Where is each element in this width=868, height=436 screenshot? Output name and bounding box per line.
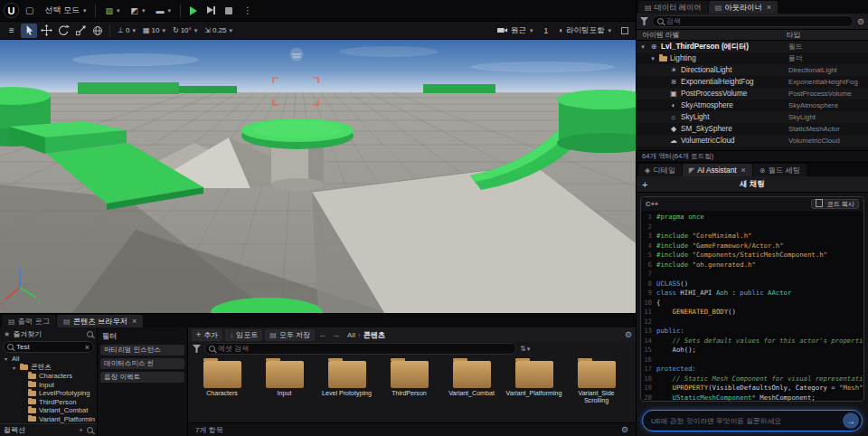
tab-world-settings[interactable]: ⊕ 월드 세팅 — [753, 164, 807, 176]
type-column-header[interactable]: 타입 — [787, 30, 863, 40]
content-tree-item[interactable]: LevelPrototyping — [0, 389, 97, 398]
outliner-row[interactable]: ◐SkyAtmosphereSkyAtmosphere — [637, 100, 868, 111]
outliner-settings-icon[interactable]: ⚙ — [857, 17, 864, 26]
expand-icon[interactable]: ▾ — [3, 355, 9, 362]
rotation-snap[interactable]: ↻10°▾ — [169, 24, 201, 38]
outliner-row[interactable]: ◆SM_SkySphereStaticMeshActor — [637, 123, 868, 135]
folder-tile[interactable]: Level Prototyping — [318, 357, 375, 421]
folder-tile[interactable]: Input — [256, 357, 313, 421]
viewport-options-icon[interactable]: ≡ — [4, 24, 20, 38]
close-icon[interactable]: × — [767, 3, 771, 12]
new-chat-button[interactable]: + — [642, 179, 655, 190]
content-tree-item[interactable]: ▾All — [0, 355, 97, 364]
item-label-column-header[interactable]: 아이템 라벨 — [642, 30, 679, 40]
filter-funnel-icon[interactable] — [193, 345, 201, 353]
content-tree-item[interactable]: Characters — [0, 372, 97, 381]
camera-speed-button[interactable]: 1 — [539, 24, 552, 38]
select-mode-dropdown[interactable]: 선택 모드 ▾ — [40, 2, 90, 19]
translate-tool-button[interactable] — [38, 24, 54, 38]
content-tree-item[interactable]: Variant_Combat — [0, 406, 97, 415]
search-icon[interactable] — [87, 427, 93, 433]
collections-header[interactable]: 컬렉션 + — [0, 423, 97, 436]
select-tool-button[interactable] — [21, 24, 37, 38]
stop-button[interactable] — [225, 7, 232, 14]
expand-icon[interactable]: ▾ — [11, 365, 17, 371]
tab-output-log[interactable]: ▤ 출력 로그 — [2, 315, 56, 327]
close-icon[interactable]: × — [741, 166, 746, 175]
scale-tool-button[interactable] — [72, 24, 89, 38]
breadcrumb-item[interactable]: All — [347, 331, 355, 339]
view-mode-dropdown[interactable]: ◐ 라이팅포함 ▾ — [554, 24, 616, 38]
outliner-row[interactable]: ☼SkyLightSkyLight — [637, 111, 868, 123]
filter-item[interactable]: 머티리얼 인스턴스 — [100, 345, 184, 355]
modes-cube-icon[interactable]: ▢ — [21, 4, 38, 17]
copy-code-button[interactable]: 코드 복사 — [811, 199, 859, 209]
tab-details[interactable]: ◈ 디테일 — [638, 164, 682, 176]
quick-add-dropdown[interactable]: ▧ ▾ — [100, 4, 124, 18]
search-icon[interactable] — [87, 331, 93, 337]
add-button[interactable]: + 추가 — [192, 329, 222, 341]
asset-search-input[interactable] — [218, 345, 512, 353]
send-button[interactable]: → — [843, 412, 859, 429]
outliner-row[interactable]: ▣PostProcessVolumePostProcessVolume — [637, 88, 868, 100]
blueprints-dropdown[interactable]: ◩ ▾ — [127, 4, 150, 18]
unreal-logo-icon[interactable]: U — [4, 3, 19, 18]
expand-icon[interactable]: ▾ — [649, 55, 656, 62]
path-search-input[interactable] — [16, 343, 80, 351]
outliner-item-label: Lvl_ThirdPerson (에디터) — [661, 42, 786, 52]
code-text: { — [656, 299, 660, 308]
import-button[interactable]: ↓ 임포트 — [225, 329, 262, 341]
perspective-dropdown[interactable]: 원근 ▾ — [493, 24, 538, 38]
forward-button[interactable]: → — [331, 330, 342, 339]
outliner-row[interactable]: ≋ExponentialHeightFogExponentialHeightFo… — [637, 76, 868, 88]
viewport-toolbar: ≡ ⊥0▾▦10▾↻10°▾⇲0.25▾ 원근 ▾ 1 — [0, 22, 636, 40]
outliner-row[interactable]: ☀DirectionalLightDirectionalLight — [637, 64, 868, 76]
maximize-viewport-icon[interactable] — [621, 27, 628, 34]
settings-gear-icon[interactable]: ⚙ — [625, 330, 632, 339]
content-tree-item[interactable]: ThirdPerson — [0, 398, 97, 407]
filter-item[interactable]: 데이터스미스 씬 — [100, 358, 184, 369]
chat-input[interactable] — [651, 417, 839, 425]
content-tree-item[interactable]: Variant_Platformin — [0, 415, 97, 424]
viewport-scene[interactable]: x y — [0, 40, 636, 313]
play-options-icon[interactable]: ⋮ — [239, 4, 257, 17]
breadcrumb-item[interactable]: 콘텐츠 — [363, 330, 385, 340]
folder-tile[interactable]: Variant_Platforming — [505, 357, 562, 421]
editor-right-column: ▤ 데이터 레이어 ▤ 아웃라이너 × ⚙ 아이템 라벨 타입 ▾⊕Lvl_Th… — [636, 0, 868, 436]
outliner-search-input[interactable] — [666, 17, 848, 25]
back-button[interactable]: ← — [317, 330, 328, 339]
world-coordinate-toggle[interactable] — [90, 24, 106, 38]
folder-tile[interactable]: Variant_Combat — [443, 357, 500, 421]
tree-item-label: All — [12, 355, 19, 363]
tab-data-layers[interactable]: ▤ 데이터 레이어 — [638, 1, 708, 14]
rotate-tool-button[interactable] — [55, 24, 71, 38]
skip-frame-button[interactable] — [207, 6, 215, 14]
tab-outliner[interactable]: ▤ 아웃라이너 × — [709, 1, 778, 14]
view-settings-icon[interactable]: ⚙ — [621, 425, 628, 434]
close-icon[interactable]: × — [132, 317, 137, 326]
outliner-row[interactable]: ☁VolumetricCloudVolumetricCloud — [637, 135, 868, 147]
folder-tile[interactable]: Variant_Side Scrolling — [568, 357, 625, 421]
play-button[interactable] — [190, 6, 197, 15]
save-all-button[interactable]: ▤ 모두 저장 — [265, 329, 315, 341]
filter-item[interactable]: 음장 이펙트 — [100, 372, 184, 383]
content-tree-item[interactable]: Input — [0, 381, 97, 390]
folder-tile[interactable]: Characters — [193, 357, 250, 421]
scale-snap[interactable]: ⇲0.25▾ — [201, 24, 236, 38]
folder-tile[interactable]: ThirdPerson — [381, 357, 438, 421]
tab-ai-assistant[interactable]: ◤ AI Assistant × — [683, 164, 752, 176]
cinematics-dropdown[interactable]: ▬ ▾ — [152, 4, 176, 18]
viewport[interactable]: x y — [0, 40, 636, 313]
content-tree-item[interactable]: ▾콘텐츠 — [0, 364, 97, 373]
favorites-header[interactable]: ★ 즐겨찾기 — [0, 327, 97, 340]
expand-icon[interactable]: ▾ — [639, 43, 646, 51]
add-collection-icon[interactable]: + — [79, 426, 83, 434]
tab-content-browser[interactable]: ▤ 콘텐츠 브라우저 × — [57, 315, 143, 327]
outliner-row[interactable]: ▾Lighting폴더 — [637, 52, 868, 64]
sort-icon[interactable]: ⇅▾ — [520, 345, 530, 353]
surface-snap[interactable]: ⊥0▾ — [114, 24, 139, 38]
grid-snap[interactable]: ▦10▾ — [139, 24, 169, 38]
outliner-row[interactable]: ▾⊕Lvl_ThirdPerson (에디터)월드 — [637, 41, 868, 52]
filter-funnel-icon[interactable] — [640, 17, 648, 25]
clear-search-icon[interactable]: × — [85, 343, 90, 352]
